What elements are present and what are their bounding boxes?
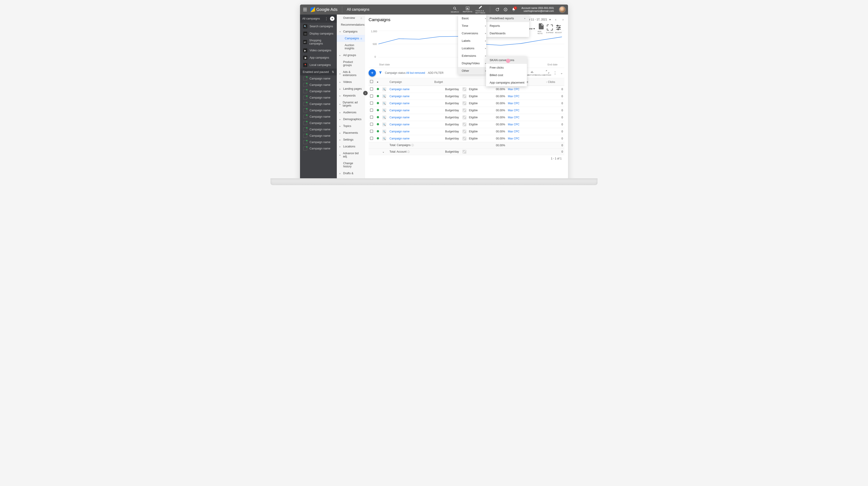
table-expand[interactable]: EXPAND: [544, 70, 551, 76]
col-budget[interactable]: Budget: [433, 78, 460, 86]
midnav-ads-extensions[interactable]: ▸Ads & extensions: [337, 68, 365, 79]
menu-item-time[interactable]: Time ▸: [458, 22, 490, 30]
rail-campaign-8[interactable]: Campaign name: [300, 126, 337, 133]
rail-campaign-10[interactable]: Campaign name: [300, 139, 337, 145]
hamburger-menu[interactable]: [302, 7, 308, 12]
rail-type-0[interactable]: 🔍 Search campaigns: [300, 23, 337, 30]
budget-edit-icon[interactable]: [463, 101, 466, 105]
date-range[interactable]: Apr 11 - 17, 2021: [526, 18, 547, 21]
menu-item-skan-conversions[interactable]: SKAN conversions: [486, 56, 527, 64]
bid-strategy-link[interactable]: Max CPC: [508, 123, 519, 126]
menu-item-basic[interactable]: Basic ▸: [458, 14, 490, 22]
select-all-checkbox[interactable]: [370, 80, 373, 83]
midnav-audiences[interactable]: ▸Audiences: [337, 109, 365, 116]
menu-item-locations[interactable]: Locations ▸: [458, 44, 490, 52]
midnav-campaigns[interactable]: ▾Campaigns: [337, 28, 365, 35]
rail-campaign-11[interactable]: Campaign name: [300, 145, 337, 152]
budget-edit-icon[interactable]: [463, 137, 466, 140]
midnav-sub-auction-insights[interactable]: Auction insights: [337, 42, 365, 52]
filter-icon[interactable]: [379, 71, 382, 75]
table-download[interactable]: DOWNLOAD: [536, 70, 544, 76]
menu-item-display-video[interactable]: Display/Video ▸: [458, 60, 490, 67]
midnav-dynamic-ad-targets[interactable]: ▸Dynamic ad targets: [337, 99, 365, 109]
collapse-panel-icon[interactable]: ‹: [363, 91, 368, 95]
rail-type-2[interactable]: 🏷 Shopping campaigns: [300, 37, 337, 47]
bid-strategy-link[interactable]: Max CPC: [508, 95, 519, 98]
menu-item-other[interactable]: Other ▸: [458, 67, 490, 74]
info-icon[interactable]: ⓘ: [407, 150, 410, 153]
refresh-icon[interactable]: [495, 7, 500, 12]
midnav-ad-groups[interactable]: ▸Ad groups: [337, 52, 365, 59]
bid-strategy-link[interactable]: Max CPC: [508, 109, 519, 112]
menu-item-predefined-reports[interactable]: Predefined reports ▸: [486, 14, 529, 22]
rail-campaign-7[interactable]: Campaign name: [300, 120, 337, 126]
bid-strategy-link[interactable]: Max CPC: [508, 88, 519, 91]
info-icon[interactable]: ⓘ: [411, 144, 414, 147]
campaign-link[interactable]: Campaign name: [390, 88, 409, 91]
row-checkbox[interactable]: [370, 101, 373, 105]
expand-row-icon[interactable]: ⌄: [382, 150, 384, 153]
rail-type-5[interactable]: 📍 Local campaigns: [300, 61, 337, 68]
budget-edit-icon[interactable]: [463, 123, 466, 126]
reports-tool[interactable]: REPORTS: [463, 7, 473, 13]
add-filter-link[interactable]: ADD FILTER: [428, 71, 443, 74]
new-campaign-fab[interactable]: +: [369, 69, 376, 77]
menu-item-dashboards[interactable]: Dashboards: [486, 30, 529, 37]
row-checkbox[interactable]: [370, 116, 373, 119]
date-prev-icon[interactable]: ‹: [553, 17, 558, 22]
chart-adjust[interactable]: ADJUST: [555, 24, 562, 34]
campaign-link[interactable]: Campaign name: [390, 130, 409, 133]
midnav-landing-pages[interactable]: ▸Landing pages: [337, 85, 365, 92]
table-dropdown-icon[interactable]: ⌄: [559, 71, 564, 75]
midnav-locations[interactable]: ▸Locations: [337, 143, 365, 150]
budget-edit-icon[interactable]: [463, 150, 466, 154]
bid-strategy-link[interactable]: Max CPC: [508, 102, 519, 105]
row-checkbox[interactable]: [370, 137, 373, 140]
rail-campaign-9[interactable]: Campaign name: [300, 133, 337, 139]
bid-strategy-link[interactable]: Max CPC: [508, 137, 519, 140]
budget-edit-icon[interactable]: [463, 116, 466, 119]
col-status[interactable]: [468, 78, 487, 86]
search-tool[interactable]: SEARCH: [450, 6, 460, 13]
sort-icon[interactable]: ⇅: [332, 70, 334, 73]
campaign-link[interactable]: Campaign name: [390, 102, 409, 105]
rail-campaign-5[interactable]: Campaign name: [300, 107, 337, 114]
rail-type-3[interactable]: ▶ Video campaigns: [300, 47, 337, 54]
menu-item-billed-cost[interactable]: Billed cost: [486, 71, 527, 79]
menu-item-conversions[interactable]: Conversions ▸: [458, 30, 490, 37]
campaign-link[interactable]: Campaign name: [390, 137, 409, 140]
rail-collapse-icon[interactable]: ▾: [330, 17, 335, 21]
col-campaign[interactable]: Campaign: [388, 78, 433, 86]
bid-strategy-link[interactable]: Max CPC: [508, 130, 519, 133]
menu-item-labels[interactable]: Labels ▸: [458, 37, 490, 44]
budget-edit-icon[interactable]: [463, 109, 466, 112]
row-checkbox[interactable]: [370, 109, 373, 112]
midnav-sub-campaigns[interactable]: Campaigns⌂: [337, 35, 365, 42]
campaign-status-filter[interactable]: Campaign status:All but removed: [385, 71, 425, 74]
rail-type-4[interactable]: ▣ App campaigns: [300, 54, 337, 61]
campaign-link[interactable]: Campaign name: [390, 123, 409, 126]
midnav-placements[interactable]: ▸Placements: [337, 129, 365, 136]
rail-more-icon[interactable]: ⋮: [324, 17, 328, 21]
menu-item-extensions[interactable]: Extensions ▸: [458, 52, 490, 60]
midnav-videos[interactable]: ▸Videos: [337, 79, 365, 85]
row-checkbox[interactable]: [370, 130, 373, 133]
account-info[interactable]: Account name (555-555-555) userloginname…: [521, 7, 554, 12]
midnav-topics[interactable]: ▸Topics: [337, 123, 365, 129]
chart-expand[interactable]: EXPAND: [546, 24, 554, 34]
menu-item-reports[interactable]: Reports: [486, 22, 529, 30]
midnav-product-groups[interactable]: Product groups: [337, 59, 365, 68]
date-next-icon[interactable]: ›: [560, 17, 566, 22]
rail-campaign-4[interactable]: Campaign name: [300, 101, 337, 107]
budget-edit-icon[interactable]: [463, 87, 466, 91]
row-checkbox[interactable]: [370, 94, 373, 98]
midnav-drafts-[interactable]: ▸Drafts &: [337, 170, 365, 177]
table-more-icon[interactable]: ⋮: [552, 70, 558, 75]
rail-campaign-0[interactable]: Campaign name: [300, 75, 337, 82]
campaign-link[interactable]: Campaign name: [390, 95, 409, 98]
campaign-link[interactable]: Campaign name: [390, 116, 409, 119]
rail-campaign-6[interactable]: Campaign name: [300, 114, 337, 120]
menu-item-free-clicks[interactable]: Free clicks: [486, 64, 527, 71]
midnav-advance-bid-adj-[interactable]: ▸Advance bid adj.: [337, 150, 365, 160]
midnav-recommendations[interactable]: Recommendations: [337, 21, 365, 28]
